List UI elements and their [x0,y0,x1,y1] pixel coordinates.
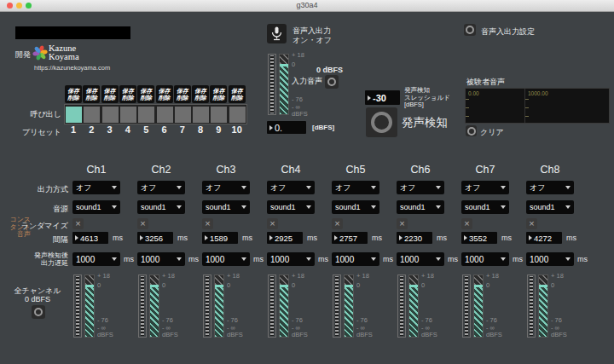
channel-gain-fader[interactable] [408,274,419,338]
preset-delete-button-10[interactable]: 削除 [231,95,243,101]
source-select[interactable]: sound1 [461,200,509,214]
reset-gain-button[interactable] [325,75,339,89]
output-mode-select[interactable]: オフ [332,181,379,194]
channel-gain-fader[interactable] [279,274,289,338]
channel-gain-fader[interactable] [473,274,484,338]
preset-delete-button-7[interactable]: 削除 [177,95,188,101]
interval-numbox[interactable]: 2757 [332,232,368,244]
output-mode-select[interactable]: オフ [526,181,574,194]
channel-gain-fader[interactable] [344,274,354,338]
voice-detect-indicator-button[interactable] [366,107,397,137]
preset-save-button-9[interactable]: 保存 [213,88,225,94]
output-mode-select[interactable]: オフ [72,181,120,194]
source-select[interactable]: sound1 [267,200,315,214]
output-mode-select[interactable]: オフ [461,181,509,194]
channel-gain-fader[interactable] [149,274,159,338]
preset-delete-button-4[interactable]: 削除 [122,95,134,101]
channel-meter-scale: + 180- 76- ∞dBFS [486,274,527,338]
delay-row-label: 発声検知後 出力遅延 [7,251,68,267]
preset-delete-button-5[interactable]: 削除 [140,95,152,101]
delay-select[interactable]: 1000 [397,252,444,266]
source-select[interactable]: sound1 [526,200,574,214]
interval-numbox[interactable]: 4272 [526,232,562,244]
preset-save-button-5[interactable]: 保存 [140,88,152,94]
source-select[interactable]: sound1 [72,200,120,214]
output-mode-select[interactable]: オフ [202,181,250,194]
delay-select[interactable]: 1000 [267,252,315,266]
preset-recall-button-8[interactable] [193,107,209,123]
delay-select[interactable]: 1000 [461,252,509,266]
interval-numbox[interactable]: 3552 [461,232,497,244]
preset-delete-button-1[interactable]: 削除 [67,95,79,101]
output-mode-select[interactable]: オフ [397,181,444,194]
clear-button[interactable] [466,125,477,136]
preset-recall-button-1[interactable] [66,107,82,123]
randomize-checkbox[interactable]: × [137,218,148,229]
preset-delete-button-2[interactable]: 削除 [86,95,98,101]
preset-save-button-4[interactable]: 保存 [122,88,134,94]
preset-delete-button-6[interactable]: 削除 [159,95,171,101]
randomize-checkbox[interactable]: × [202,218,213,229]
input-gain-fader[interactable] [279,54,289,115]
preset-recall-button-2[interactable] [84,107,100,123]
interval-numbox[interactable]: 3256 [137,232,173,244]
channel-title: Ch6 [397,164,444,176]
source-select[interactable]: sound1 [202,200,250,214]
delay-select[interactable]: 1000 [72,252,120,266]
preset-recall-button-7[interactable] [175,107,191,123]
randomize-checkbox[interactable]: × [267,218,278,229]
preset-delete-button-9[interactable]: 削除 [213,95,225,101]
redacted-title-field [15,26,130,39]
ms-unit-label: ms [383,255,393,263]
delay-select[interactable]: 1000 [332,252,379,266]
randomize-checkbox[interactable]: × [526,218,537,229]
randomize-checkbox[interactable]: × [72,218,84,229]
randomize-row-label: ランダマイズ [7,221,68,232]
channel-gain-fader[interactable] [538,274,548,338]
detection-threshold-label: 発声検知 スレッショルド [dBFS] [404,87,450,109]
input-gain-numbox[interactable]: 0. [267,121,306,134]
preset-recall-button-9[interactable] [211,107,227,123]
channel-gain-fader[interactable] [84,274,95,338]
preset-delete-button-8[interactable]: 削除 [194,95,206,101]
preset-recall-button-10[interactable] [229,107,246,123]
preset-recall-button-6[interactable] [157,107,173,123]
preset-delete-button-3[interactable]: 削除 [104,95,116,101]
source-select[interactable]: sound1 [137,200,185,214]
gain-unit-label: [dBFS] [312,124,334,131]
interval-numbox[interactable]: 4613 [72,232,108,244]
interval-numbox[interactable]: 2925 [267,232,303,244]
preset-recall-button-4[interactable] [120,107,136,123]
preset-save-button-8[interactable]: 保存 [194,88,206,94]
audio-io-toggle-button[interactable] [267,24,287,43]
output-mode-select[interactable]: オフ [137,181,185,194]
preset-recall-button-3[interactable] [102,107,119,123]
output-mode-select[interactable]: オフ [267,181,315,194]
preset-save-button-1[interactable]: 保存 [67,88,79,94]
channel-level-meter [333,274,341,338]
preset-save-button-10[interactable]: 保存 [231,88,243,94]
randomize-checkbox[interactable]: × [332,218,343,229]
numbox-arrow-icon [140,235,143,240]
detection-threshold-numbox[interactable]: -30 [365,90,400,105]
preset-save-button-6[interactable]: 保存 [159,88,171,94]
interval-numbox[interactable]: 1589 [202,232,238,244]
preset-save-button-3[interactable]: 保存 [104,88,116,94]
delay-select[interactable]: 1000 [202,252,250,266]
preset-save-button-7[interactable]: 保存 [177,88,188,94]
delay-select[interactable]: 1000 [526,252,574,266]
preset-recall-button-5[interactable] [138,107,154,123]
channel-gain-fader[interactable] [214,274,224,338]
preset-save-button-2[interactable]: 保存 [86,88,98,94]
all-channels-zero-dbfs-button[interactable] [32,305,45,319]
randomize-checkbox[interactable]: × [397,218,408,229]
audio-io-settings-button[interactable] [464,24,476,36]
preset-save-delete-group-5: 保存削除 [137,85,154,103]
randomize-checkbox[interactable]: × [461,218,472,229]
subject-audio-title: 被験者音声 [466,77,505,88]
interval-numbox[interactable]: 2230 [397,232,432,244]
delay-select[interactable]: 1000 [137,252,185,266]
source-select[interactable]: sound1 [397,200,444,214]
ms-unit-label: ms [253,255,264,263]
source-select[interactable]: sound1 [332,200,379,214]
